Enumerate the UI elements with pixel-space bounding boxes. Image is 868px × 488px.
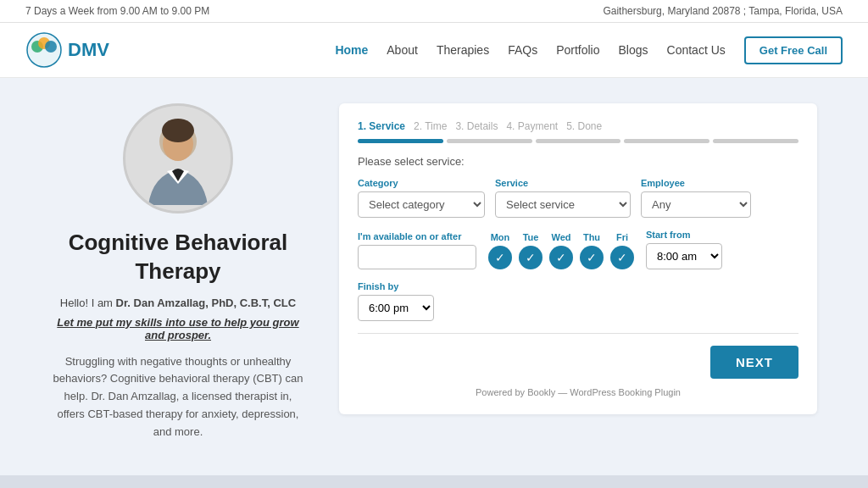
tagline: Let me put my skills into use to help yo… <box>51 316 305 341</box>
svg-point-6 <box>162 119 194 142</box>
progress-bar-4 <box>624 139 709 143</box>
category-group: Category Select category <box>358 178 485 218</box>
therapy-title: Cognitive Behavioral Therapy <box>51 229 305 286</box>
nav-links: Home About Therapies FAQs Portfolio Blog… <box>335 36 843 64</box>
description: Struggling with negative thoughts or unh… <box>51 353 305 441</box>
date-group: I'm available on or after October 27, 20… <box>358 231 476 269</box>
main-content: Cognitive Behavioral Therapy Hello! I am… <box>0 78 868 467</box>
select-service-label: Please select service: <box>358 155 798 168</box>
hours-text: 7 Days a Week from 9.00 AM to 9.00 PM <box>25 5 209 17</box>
progress-bars <box>358 139 798 143</box>
start-from-select[interactable]: 8:00 am 9:00 am 10:00 am <box>646 243 722 269</box>
day-label-fri: Fri <box>610 232 634 242</box>
finish-by-group: Finish by 4:00 pm 5:00 pm 6:00 pm 7:00 p… <box>358 281 434 321</box>
days-labels: Mon Tue Wed Thu Fri <box>488 232 634 242</box>
start-from-group: Start from 8:00 am 9:00 am 10:00 am <box>646 230 722 269</box>
doctor-photo <box>131 112 225 205</box>
step-details: 3. Details <box>455 120 498 132</box>
days-checkboxes: ✓ ✓ ✓ ✓ ✓ <box>488 246 634 269</box>
next-button[interactable]: NEXT <box>710 346 798 379</box>
next-row: NEXT <box>358 346 798 379</box>
progress-bar-2 <box>447 139 532 143</box>
booking-steps: 1. Service 2. Time 3. Details 4. Payment… <box>358 120 798 132</box>
day-mon[interactable]: ✓ <box>488 246 512 269</box>
bottom-section <box>0 475 868 488</box>
step-done: 5. Done <box>566 120 602 132</box>
nav-blogs[interactable]: Blogs <box>619 43 648 57</box>
avatar <box>123 103 233 214</box>
nav-faqs[interactable]: FAQs <box>508 43 537 57</box>
logo-icon <box>25 31 63 69</box>
booking-widget: 1. Service 2. Time 3. Details 4. Payment… <box>339 103 817 414</box>
nav-cta[interactable]: Get Free Call <box>744 36 843 64</box>
employee-label: Employee <box>641 178 751 188</box>
step-service: 1. Service <box>358 120 405 132</box>
step-time: 2. Time <box>414 120 447 132</box>
powered-by: Powered by Bookly — WordPress Booking Pl… <box>358 387 798 397</box>
finish-by-select[interactable]: 4:00 pm 5:00 pm 6:00 pm 7:00 pm <box>358 295 434 321</box>
category-label: Category <box>358 178 485 188</box>
progress-bar-3 <box>536 139 621 143</box>
navigation: DMV Home About Therapies FAQs Portfolio … <box>0 23 868 78</box>
day-label-thu: Thu <box>580 232 604 242</box>
category-select[interactable]: Select category <box>358 191 485 218</box>
nav-home[interactable]: Home <box>335 43 368 57</box>
svg-point-3 <box>45 41 57 53</box>
day-label-tue: Tue <box>519 232 542 242</box>
top-bar: 7 Days a Week from 9.00 AM to 9.00 PM Ga… <box>0 0 868 23</box>
availability-row: I'm available on or after October 27, 20… <box>358 230 798 321</box>
nav-about[interactable]: About <box>387 43 418 57</box>
finish-by-label: Finish by <box>358 281 434 291</box>
start-from-label: Start from <box>646 230 722 240</box>
day-tue[interactable]: ✓ <box>519 246 542 269</box>
intro-text: Hello! I am Dr. Dan Amzallag, PhD, C.B.T… <box>60 297 296 309</box>
service-selection-row: Category Select category Service Select … <box>358 178 798 218</box>
day-label-mon: Mon <box>488 232 512 242</box>
service-select[interactable]: Select service <box>495 191 631 218</box>
location-text: Gaithersburg, Maryland 20878 ; Tampa, Fl… <box>603 5 843 17</box>
logo: DMV <box>25 31 109 69</box>
nav-contact[interactable]: Contact Us <box>667 43 726 57</box>
day-thu[interactable]: ✓ <box>580 246 604 269</box>
day-label-wed: Wed <box>549 232 573 242</box>
step-payment: 4. Payment <box>506 120 558 132</box>
employee-select[interactable]: Any <box>641 191 751 218</box>
day-wed[interactable]: ✓ <box>549 246 573 269</box>
progress-bar-5 <box>713 139 798 143</box>
employee-group: Employee Any <box>641 178 751 218</box>
logo-text: DMV <box>68 39 109 61</box>
day-fri[interactable]: ✓ <box>610 246 634 269</box>
service-label: Service <box>495 178 631 188</box>
service-group: Service Select service <box>495 178 631 218</box>
nav-therapies[interactable]: Therapies <box>437 43 489 57</box>
left-panel: Cognitive Behavioral Therapy Hello! I am… <box>51 103 305 441</box>
progress-bar-1 <box>358 139 443 143</box>
date-input[interactable]: October 27, 2024 <box>358 245 476 269</box>
doctor-name: Dr. Dan Amzallag, PhD, C.B.T, CLC <box>116 297 297 309</box>
availability-label: I'm available on or after <box>358 231 476 241</box>
divider <box>358 333 798 334</box>
days-group: Mon Tue Wed Thu Fri ✓ ✓ ✓ ✓ ✓ <box>488 232 634 269</box>
nav-portfolio[interactable]: Portfolio <box>556 43 599 57</box>
